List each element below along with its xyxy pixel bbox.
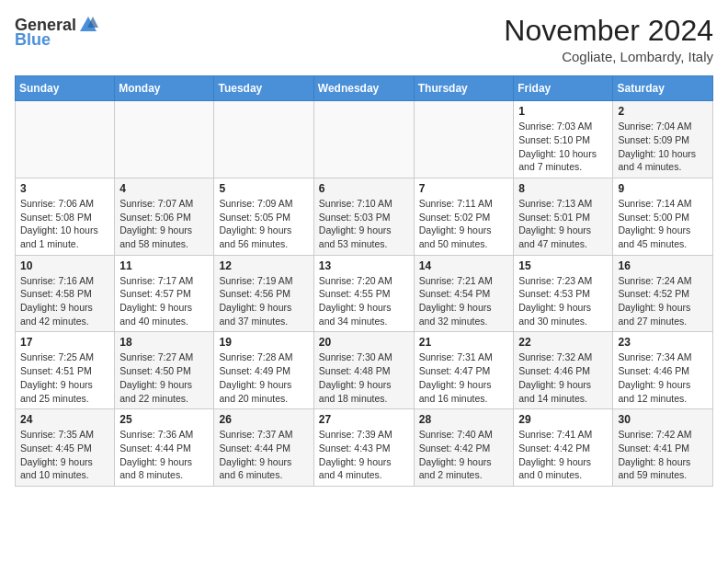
day-number: 1 <box>518 105 608 118</box>
day-number: 10 <box>20 259 109 272</box>
day-number: 2 <box>618 105 708 118</box>
header-saturday: Saturday <box>613 76 713 101</box>
table-row <box>214 101 313 178</box>
day-info: Sunrise: 7:27 AM Sunset: 4:50 PM Dayligh… <box>119 350 209 405</box>
header-monday: Monday <box>115 76 214 101</box>
day-number: 29 <box>518 413 608 426</box>
day-number: 24 <box>20 413 109 426</box>
day-number: 13 <box>319 259 409 272</box>
table-row: 1Sunrise: 7:03 AM Sunset: 5:10 PM Daylig… <box>514 101 613 178</box>
table-row: 25Sunrise: 7:36 AM Sunset: 4:44 PM Dayli… <box>115 409 214 487</box>
day-number: 8 <box>518 182 608 195</box>
table-row: 9Sunrise: 7:14 AM Sunset: 5:00 PM Daylig… <box>613 178 713 255</box>
day-info: Sunrise: 7:19 AM Sunset: 4:56 PM Dayligh… <box>219 274 308 328</box>
table-row: 27Sunrise: 7:39 AM Sunset: 4:43 PM Dayli… <box>313 409 414 487</box>
table-row: 7Sunrise: 7:11 AM Sunset: 5:02 PM Daylig… <box>414 178 514 255</box>
table-row: 20Sunrise: 7:30 AM Sunset: 4:48 PM Dayli… <box>313 332 414 409</box>
table-row: 10Sunrise: 7:16 AM Sunset: 4:58 PM Dayli… <box>16 255 115 332</box>
day-info: Sunrise: 7:37 AM Sunset: 4:44 PM Dayligh… <box>219 428 308 482</box>
table-row: 26Sunrise: 7:37 AM Sunset: 4:44 PM Dayli… <box>214 409 313 487</box>
table-row: 12Sunrise: 7:19 AM Sunset: 4:56 PM Dayli… <box>214 255 313 332</box>
day-info: Sunrise: 7:16 AM Sunset: 4:58 PM Dayligh… <box>20 274 109 328</box>
table-row <box>313 101 414 178</box>
calendar-week-row: 10Sunrise: 7:16 AM Sunset: 4:58 PM Dayli… <box>16 255 713 332</box>
calendar-week-row: 24Sunrise: 7:35 AM Sunset: 4:45 PM Dayli… <box>16 409 713 487</box>
header-friday: Friday <box>514 76 613 101</box>
calendar-week-row: 1Sunrise: 7:03 AM Sunset: 5:10 PM Daylig… <box>16 101 713 178</box>
table-row: 28Sunrise: 7:40 AM Sunset: 4:42 PM Dayli… <box>414 409 514 487</box>
day-number: 21 <box>419 336 509 349</box>
table-row: 5Sunrise: 7:09 AM Sunset: 5:05 PM Daylig… <box>214 178 313 255</box>
header-sunday: Sunday <box>16 76 115 101</box>
table-row: 30Sunrise: 7:42 AM Sunset: 4:41 PM Dayli… <box>613 409 713 487</box>
day-info: Sunrise: 7:35 AM Sunset: 4:45 PM Dayligh… <box>20 428 109 482</box>
day-number: 17 <box>20 336 109 349</box>
logo: General Blue <box>15 15 98 48</box>
day-info: Sunrise: 7:34 AM Sunset: 4:46 PM Dayligh… <box>618 350 708 405</box>
day-number: 18 <box>119 336 209 349</box>
day-number: 4 <box>119 182 209 195</box>
day-number: 5 <box>219 182 308 195</box>
table-row <box>414 101 514 178</box>
day-info: Sunrise: 7:09 AM Sunset: 5:05 PM Dayligh… <box>219 197 308 251</box>
day-number: 7 <box>419 182 509 195</box>
day-number: 6 <box>319 182 409 195</box>
table-row: 22Sunrise: 7:32 AM Sunset: 4:46 PM Dayli… <box>514 332 613 409</box>
logo-blue: Blue <box>15 31 51 48</box>
table-row: 21Sunrise: 7:31 AM Sunset: 4:47 PM Dayli… <box>414 332 514 409</box>
day-number: 12 <box>219 259 308 272</box>
day-number: 20 <box>319 336 409 349</box>
day-info: Sunrise: 7:10 AM Sunset: 5:03 PM Dayligh… <box>319 197 409 251</box>
table-row: 8Sunrise: 7:13 AM Sunset: 5:01 PM Daylig… <box>514 178 613 255</box>
title-area: November 2024 Cogliate, Lombardy, Italy <box>504 15 713 64</box>
calendar-header-row: Sunday Monday Tuesday Wednesday Thursday… <box>16 76 713 101</box>
day-info: Sunrise: 7:23 AM Sunset: 4:53 PM Dayligh… <box>518 274 608 328</box>
day-info: Sunrise: 7:30 AM Sunset: 4:48 PM Dayligh… <box>319 350 409 405</box>
day-number: 26 <box>219 413 308 426</box>
day-number: 15 <box>518 259 608 272</box>
day-info: Sunrise: 7:39 AM Sunset: 4:43 PM Dayligh… <box>319 428 409 482</box>
month-title: November 2024 <box>504 15 713 47</box>
table-row: 2Sunrise: 7:04 AM Sunset: 5:09 PM Daylig… <box>613 101 713 178</box>
day-info: Sunrise: 7:36 AM Sunset: 4:44 PM Dayligh… <box>119 428 209 482</box>
day-info: Sunrise: 7:32 AM Sunset: 4:46 PM Dayligh… <box>518 350 608 405</box>
table-row: 16Sunrise: 7:24 AM Sunset: 4:52 PM Dayli… <box>613 255 713 332</box>
calendar-table: Sunday Monday Tuesday Wednesday Thursday… <box>15 75 713 487</box>
table-row: 13Sunrise: 7:20 AM Sunset: 4:55 PM Dayli… <box>313 255 414 332</box>
day-info: Sunrise: 7:42 AM Sunset: 4:41 PM Dayligh… <box>618 428 708 482</box>
day-number: 16 <box>618 259 708 272</box>
day-info: Sunrise: 7:21 AM Sunset: 4:54 PM Dayligh… <box>419 274 509 328</box>
header-thursday: Thursday <box>414 76 514 101</box>
day-info: Sunrise: 7:06 AM Sunset: 5:08 PM Dayligh… <box>20 197 109 251</box>
table-row: 29Sunrise: 7:41 AM Sunset: 4:42 PM Dayli… <box>514 409 613 487</box>
day-info: Sunrise: 7:03 AM Sunset: 5:10 PM Dayligh… <box>518 120 608 174</box>
day-number: 25 <box>119 413 209 426</box>
day-number: 9 <box>618 182 708 195</box>
day-number: 11 <box>119 259 209 272</box>
day-number: 23 <box>618 336 708 349</box>
table-row <box>16 101 115 178</box>
calendar-week-row: 17Sunrise: 7:25 AM Sunset: 4:51 PM Dayli… <box>16 332 713 409</box>
table-row: 14Sunrise: 7:21 AM Sunset: 4:54 PM Dayli… <box>414 255 514 332</box>
day-info: Sunrise: 7:25 AM Sunset: 4:51 PM Dayligh… <box>20 350 109 405</box>
header-wednesday: Wednesday <box>313 76 414 101</box>
table-row: 3Sunrise: 7:06 AM Sunset: 5:08 PM Daylig… <box>16 178 115 255</box>
location-title: Cogliate, Lombardy, Italy <box>504 49 713 64</box>
table-row: 18Sunrise: 7:27 AM Sunset: 4:50 PM Dayli… <box>115 332 214 409</box>
calendar-week-row: 3Sunrise: 7:06 AM Sunset: 5:08 PM Daylig… <box>16 178 713 255</box>
day-info: Sunrise: 7:31 AM Sunset: 4:47 PM Dayligh… <box>419 350 509 405</box>
day-number: 30 <box>618 413 708 426</box>
table-row: 4Sunrise: 7:07 AM Sunset: 5:06 PM Daylig… <box>115 178 214 255</box>
header-tuesday: Tuesday <box>214 76 313 101</box>
page-header: General Blue November 2024 Cogliate, Lom… <box>15 15 713 64</box>
table-row <box>115 101 214 178</box>
table-row: 24Sunrise: 7:35 AM Sunset: 4:45 PM Dayli… <box>16 409 115 487</box>
day-info: Sunrise: 7:20 AM Sunset: 4:55 PM Dayligh… <box>319 274 409 328</box>
day-info: Sunrise: 7:14 AM Sunset: 5:00 PM Dayligh… <box>618 197 708 251</box>
table-row: 17Sunrise: 7:25 AM Sunset: 4:51 PM Dayli… <box>16 332 115 409</box>
day-info: Sunrise: 7:13 AM Sunset: 5:01 PM Dayligh… <box>518 197 608 251</box>
day-info: Sunrise: 7:40 AM Sunset: 4:42 PM Dayligh… <box>419 428 509 482</box>
table-row: 23Sunrise: 7:34 AM Sunset: 4:46 PM Dayli… <box>613 332 713 409</box>
day-number: 3 <box>20 182 109 195</box>
day-info: Sunrise: 7:11 AM Sunset: 5:02 PM Dayligh… <box>419 197 509 251</box>
